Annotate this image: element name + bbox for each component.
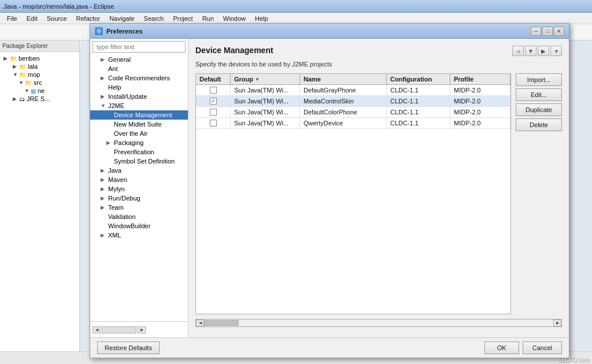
row1-name: MediaControlSkin	[300, 96, 387, 106]
nav-run-debug[interactable]: ▶ Run/Debug	[90, 194, 188, 203]
col-group[interactable]: Group ▼	[231, 74, 300, 84]
table-row[interactable]: Sun Java(TM) Wi... MediaControlSkin CLDC…	[196, 96, 510, 107]
nav-ant[interactable]: Ant	[90, 64, 188, 73]
menu-refactor[interactable]: Refactor	[72, 14, 105, 23]
preferences-dialog: ⚙ Preferences ─ □ ✕ ▶ General	[90, 23, 569, 358]
dialog-minimize-button[interactable]: ─	[531, 27, 541, 36]
nav-window-builder[interactable]: WindowBuilder	[90, 221, 188, 231]
expand-icon-src: ▼	[18, 80, 23, 86]
menu-file[interactable]: File	[2, 14, 22, 23]
explorer-item-jre[interactable]: ▶ 🗂 JRE S...	[1, 95, 78, 103]
jre-icon: 🗂	[19, 96, 25, 102]
nav-symbol-set-definition[interactable]: Symbol Set Definition	[90, 157, 188, 166]
nav-scroll-left[interactable]: ◀	[92, 326, 101, 333]
nav-j2me[interactable]: ▼ J2ME	[90, 101, 188, 110]
nav-preverification[interactable]: Preverification	[90, 147, 188, 157]
nav-validation[interactable]: Validation	[90, 212, 188, 221]
explorer-item-label: ne	[38, 87, 45, 94]
nav-install-update[interactable]: ▶ Install/Update	[90, 92, 188, 101]
explorer-item-label: JRE S...	[27, 95, 50, 102]
col-profile[interactable]: Profile	[450, 74, 510, 84]
eclipse-titlebar: Java - mop/src/nemo/lala.java - Eclipse	[0, 0, 592, 13]
expand-icon-ne: ▼	[24, 88, 29, 94]
duplicate-button[interactable]: Duplicate	[516, 103, 562, 116]
scrollbar-thumb[interactable]	[204, 320, 239, 326]
row3-default[interactable]	[196, 118, 231, 128]
edit-button[interactable]: Edit...	[516, 88, 562, 101]
import-button[interactable]: Import...	[516, 73, 562, 86]
table-row[interactable]: Sun Java(TM) Wi... DefaultGrayPhone CLDC…	[196, 85, 510, 96]
expand-icon: ▶	[101, 168, 106, 173]
menu-search[interactable]: Search	[139, 14, 169, 23]
nav-maven[interactable]: ▶ Maven	[90, 175, 188, 184]
nav-tree: ▶ General Ant ▶ Code Recommenders Help	[90, 55, 188, 321]
col-config[interactable]: Configuration	[387, 74, 450, 84]
explorer-item-label: mop	[28, 71, 40, 78]
menu-project[interactable]: Project	[168, 14, 197, 23]
row1-default[interactable]	[196, 96, 231, 106]
nav-general[interactable]: ▶ General	[90, 55, 188, 64]
expand-icon: ▶	[101, 186, 106, 192]
table-area: Default Group ▼ Name Configuration	[195, 73, 562, 314]
checkbox-row0[interactable]	[210, 87, 217, 94]
nav-device-management[interactable]: Device Management	[90, 110, 188, 120]
nav-packaging[interactable]: ▶ Packaging	[90, 138, 188, 147]
nav-scrollbar[interactable]	[102, 326, 136, 333]
explorer-item-src[interactable]: ▼ 📁 src	[1, 79, 78, 87]
table-scrollbar[interactable]: ◀ ▶	[195, 319, 562, 327]
menu-edit[interactable]: Edit	[22, 14, 42, 23]
preferences-nav: ▶ General Ant ▶ Code Recommenders Help	[90, 39, 188, 337]
dialog-content-area: Device Management ◀ ▼ ▶ ▾ Specify the de…	[188, 39, 569, 337]
nav-dropdown-button[interactable]: ▼	[525, 46, 536, 56]
nav-xml[interactable]: ▶ XML	[90, 231, 188, 240]
explorer-item-benben[interactable]: ▶ 📁 benben	[1, 54, 78, 62]
dialog-close-button[interactable]: ✕	[554, 27, 564, 36]
nav-team[interactable]: ▶ Team	[90, 203, 188, 212]
nav-new-midlet-suite[interactable]: New Midlet Suite	[90, 120, 188, 129]
table-row[interactable]: Sun Java(TM) Wi... QwertyDevice CLDC-1.1…	[196, 118, 510, 129]
cancel-button[interactable]: Cancel	[523, 341, 562, 354]
nav-back-button[interactable]: ◀	[512, 46, 524, 56]
row2-default[interactable]	[196, 107, 231, 117]
menu-help[interactable]: Help	[250, 14, 273, 23]
nav-code-recommenders[interactable]: ▶ Code Recommenders	[90, 73, 188, 83]
dialog-maximize-button[interactable]: □	[542, 27, 553, 36]
restore-defaults-button[interactable]: Restore Defaults	[97, 341, 160, 354]
nav-java[interactable]: ▶ Java	[90, 166, 188, 175]
filter-input[interactable]	[92, 41, 186, 53]
menu-navigate[interactable]: Navigate	[105, 14, 139, 23]
expand-icon: ▶	[3, 55, 8, 61]
scroll-right-arrow[interactable]: ▶	[553, 320, 561, 326]
scrollbar-track[interactable]	[204, 320, 553, 326]
content-title: Device Management	[195, 46, 273, 55]
col-name[interactable]: Name	[300, 74, 387, 84]
folder-icon: 📁	[10, 55, 17, 62]
explorer-item-mop[interactable]: ▼ 📁 mop	[1, 70, 78, 79]
nav-help[interactable]: Help	[90, 83, 188, 92]
explorer-item-ne[interactable]: ▼ ▦ ne	[1, 87, 78, 95]
checkbox-row1[interactable]	[210, 98, 217, 105]
ok-button[interactable]: OK	[484, 341, 519, 354]
menu-run[interactable]: Run	[198, 14, 219, 23]
dialog-icon: ⚙	[95, 27, 103, 35]
expand-icon: ▶	[101, 195, 106, 201]
eclipse-window: Java - mop/src/nemo/lala.java - Eclipse …	[0, 0, 592, 364]
nav-menu-button[interactable]: ▾	[550, 46, 562, 56]
menu-source[interactable]: Source	[42, 14, 72, 23]
nav-over-the-air[interactable]: Over the Air	[90, 129, 188, 138]
nav-forward-button[interactable]: ▶	[538, 46, 549, 56]
scroll-left-arrow[interactable]: ◀	[196, 320, 204, 326]
explorer-item-lala[interactable]: ▶ 📁 lala	[1, 62, 78, 70]
row1-profile: MIDP-2.0	[450, 96, 510, 106]
eclipse-title: Java - mop/src/nemo/lala.java - Eclipse	[3, 3, 114, 10]
checkbox-row3[interactable]	[210, 120, 217, 127]
dialog-title-left: ⚙ Preferences	[95, 27, 143, 35]
table-row[interactable]: Sun Java(TM) Wi... DefaultColorPhone CLD…	[196, 107, 510, 118]
row0-default[interactable]	[196, 85, 231, 95]
nav-mylyn[interactable]: ▶ Mylyn	[90, 184, 188, 194]
row1-config: CLDC-1.1	[387, 96, 450, 106]
checkbox-row2[interactable]	[210, 109, 217, 116]
nav-scroll-right[interactable]: ▶	[138, 326, 146, 333]
menu-window[interactable]: Window	[219, 14, 250, 23]
delete-button[interactable]: Delete	[516, 118, 562, 131]
